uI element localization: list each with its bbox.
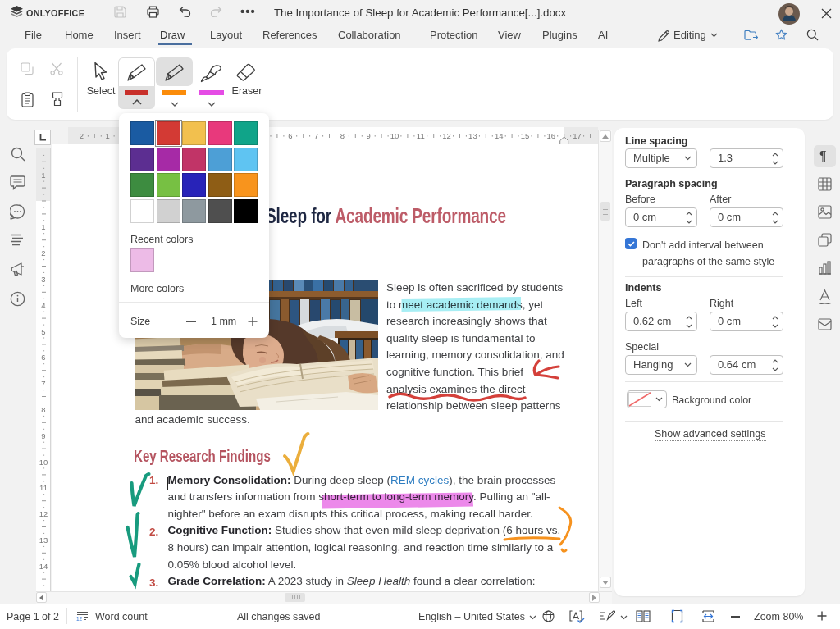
svg-text:6: 6: [41, 353, 45, 362]
svg-text:15: 15: [521, 131, 530, 140]
svg-text:10: 10: [390, 131, 399, 140]
svg-text:11: 11: [39, 483, 48, 492]
svg-text:4: 4: [41, 301, 45, 310]
svg-text:3: 3: [41, 275, 45, 284]
svg-text:7: 7: [41, 379, 45, 388]
svg-text:8: 8: [340, 131, 345, 140]
svg-text:1: 1: [41, 222, 45, 231]
svg-text:10: 10: [39, 458, 48, 467]
svg-text:6: 6: [288, 131, 292, 140]
svg-text:13: 13: [39, 536, 48, 545]
svg-text:9: 9: [41, 431, 45, 440]
svg-text:14: 14: [39, 562, 48, 571]
svg-text:12: 12: [76, 616, 83, 622]
svg-text:11: 11: [417, 131, 425, 140]
svg-text:16: 16: [547, 131, 556, 140]
svg-text:12: 12: [442, 131, 451, 140]
svg-text:13: 13: [468, 131, 477, 140]
svg-text:8: 8: [41, 405, 45, 414]
svg-text:17: 17: [573, 131, 582, 140]
svg-text:7: 7: [314, 131, 318, 140]
svg-text:2: 2: [41, 248, 45, 258]
svg-text:5: 5: [41, 327, 45, 336]
svg-text:14: 14: [495, 131, 504, 140]
svg-text:2: 2: [80, 131, 84, 140]
svg-text:9: 9: [367, 131, 371, 140]
svg-text:1: 1: [41, 171, 45, 180]
svg-text:1: 1: [106, 131, 110, 140]
svg-text:12: 12: [39, 509, 48, 518]
